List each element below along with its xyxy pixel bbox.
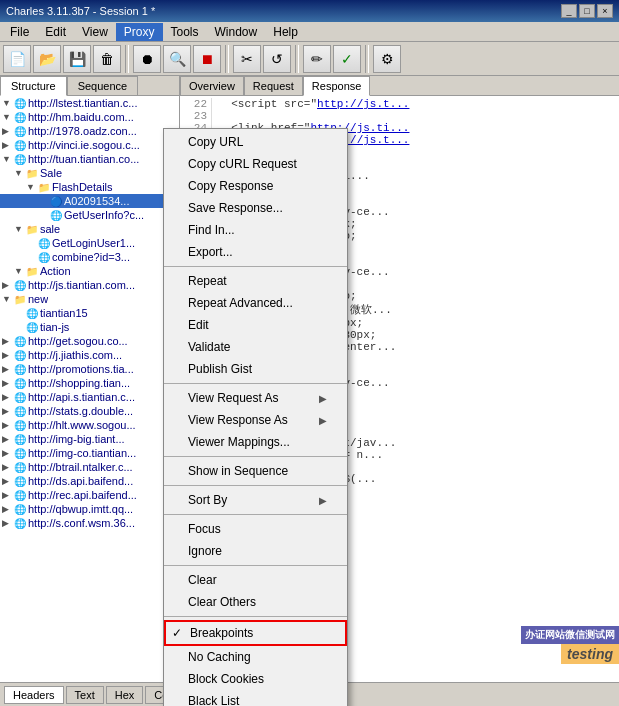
tree-expander-icon[interactable]: ▶ xyxy=(2,490,14,500)
context-menu-item-copy-url[interactable]: Copy URL xyxy=(164,131,347,153)
tree-item[interactable]: ▶🌐http://j.jiathis.com... xyxy=(0,348,179,362)
menu-help[interactable]: Help xyxy=(265,23,306,41)
tree-item[interactable]: 🌐combine?id=3... xyxy=(0,250,179,264)
menu-tools[interactable]: Tools xyxy=(163,23,207,41)
tree-expander-icon[interactable]: ▶ xyxy=(2,336,14,346)
context-menu-item-save-response[interactable]: Save Response... xyxy=(164,197,347,219)
tree-item[interactable]: ▶🌐http://get.sogou.co... xyxy=(0,334,179,348)
tree-expander-icon[interactable]: ▼ xyxy=(14,266,26,276)
tree-item[interactable]: ▼🌐http://tuan.tiantian.co... xyxy=(0,152,179,166)
context-menu-item-breakpoints[interactable]: ✓Breakpoints xyxy=(164,620,347,646)
tree-item[interactable]: ▼🌐http://hm.baidu.com... xyxy=(0,110,179,124)
status-tab-headers[interactable]: Headers xyxy=(4,686,64,704)
tree-item[interactable]: ▼📁new xyxy=(0,292,179,306)
tree-expander-icon[interactable]: ▶ xyxy=(2,434,14,444)
tree-item[interactable]: ▼📁Sale xyxy=(0,166,179,180)
context-menu-item-viewer-mappings[interactable]: Viewer Mappings... xyxy=(164,431,347,453)
tree-item[interactable]: ▼📁sale xyxy=(0,222,179,236)
context-menu-item-edit[interactable]: Edit xyxy=(164,314,347,336)
tree-expander-icon[interactable]: ▼ xyxy=(26,182,38,192)
tree-item[interactable]: ▶🌐http://ds.api.baifend... xyxy=(0,474,179,488)
refresh-button[interactable]: ↺ xyxy=(263,45,291,73)
context-menu-item-repeat[interactable]: Repeat xyxy=(164,270,347,292)
context-menu-item-publish-gist[interactable]: Publish Gist xyxy=(164,358,347,380)
status-tab-hex[interactable]: Hex xyxy=(106,686,144,704)
tree-expander-icon[interactable]: ▶ xyxy=(2,392,14,402)
context-menu-item-block-cookies[interactable]: Block Cookies xyxy=(164,668,347,690)
context-menu-item-focus[interactable]: Focus xyxy=(164,518,347,540)
tree-item[interactable]: ▶🌐http://rec.api.baifend... xyxy=(0,488,179,502)
context-menu-item-ignore[interactable]: Ignore xyxy=(164,540,347,562)
context-menu-item-repeat-advanced[interactable]: Repeat Advanced... xyxy=(164,292,347,314)
tree-item[interactable]: ▶🌐http://api.s.tiantian.c... xyxy=(0,390,179,404)
menu-edit[interactable]: Edit xyxy=(37,23,74,41)
tree-area[interactable]: ▼🌐http://lstest.tiantian.c...▼🌐http://hm… xyxy=(0,96,179,682)
tree-item[interactable]: ▶🌐http://qbwup.imtt.qq... xyxy=(0,502,179,516)
tree-expander-icon[interactable]: ▶ xyxy=(2,126,14,136)
minimize-button[interactable]: _ xyxy=(561,4,577,18)
tab-response[interactable]: Response xyxy=(303,76,371,96)
code-link[interactable]: http://js.t... xyxy=(317,98,409,110)
context-menu-item-view-response-as[interactable]: View Response As▶ xyxy=(164,409,347,431)
close-button[interactable]: × xyxy=(597,4,613,18)
tree-item[interactable]: ▶🌐http://btrail.ntalker.c... xyxy=(0,460,179,474)
find-button[interactable]: 🔍 xyxy=(163,45,191,73)
context-menu-item-copy-curl-request[interactable]: Copy cURL Request xyxy=(164,153,347,175)
tree-item[interactable]: ▶🌐http://stats.g.double... xyxy=(0,404,179,418)
tree-expander-icon[interactable]: ▼ xyxy=(2,112,14,122)
tree-expander-icon[interactable]: ▶ xyxy=(2,476,14,486)
save-button[interactable]: 💾 xyxy=(63,45,91,73)
tree-expander-icon[interactable]: ▼ xyxy=(2,294,14,304)
tree-item[interactable]: ▶🌐http://vinci.ie.sogou.c... xyxy=(0,138,179,152)
context-menu-item-validate[interactable]: Validate xyxy=(164,336,347,358)
tree-item[interactable]: 🔵A02091534... xyxy=(0,194,179,208)
tree-item[interactable]: ▶🌐http://img-co.tiantian... xyxy=(0,446,179,460)
tree-item[interactable]: ▶🌐http://promotions.tia... xyxy=(0,362,179,376)
tree-expander-icon[interactable]: ▶ xyxy=(2,504,14,514)
open-button[interactable]: 📂 xyxy=(33,45,61,73)
tree-expander-icon[interactable]: ▶ xyxy=(2,280,14,290)
menu-file[interactable]: File xyxy=(2,23,37,41)
maximize-button[interactable]: □ xyxy=(579,4,595,18)
context-menu-item-export[interactable]: Export... xyxy=(164,241,347,263)
tree-expander-icon[interactable]: ▶ xyxy=(2,378,14,388)
context-menu-item-view-request-as[interactable]: View Request As▶ xyxy=(164,387,347,409)
tree-expander-icon[interactable]: ▼ xyxy=(14,168,26,178)
context-menu-item-show-in-sequence[interactable]: Show in Sequence xyxy=(164,460,347,482)
tree-item[interactable]: ▶🌐http://s.conf.wsm.36... xyxy=(0,516,179,530)
tab-sequence[interactable]: Sequence xyxy=(67,76,139,95)
tree-item[interactable]: ▼📁Action xyxy=(0,264,179,278)
menu-window[interactable]: Window xyxy=(207,23,266,41)
tree-expander-icon[interactable]: ▶ xyxy=(2,518,14,528)
status-tab-text[interactable]: Text xyxy=(66,686,104,704)
context-menu-item-copy-response[interactable]: Copy Response xyxy=(164,175,347,197)
delete-button[interactable]: 🗑 xyxy=(93,45,121,73)
tab-structure[interactable]: Structure xyxy=(0,76,67,96)
tree-expander-icon[interactable]: ▶ xyxy=(2,406,14,416)
tree-item[interactable]: ▼📁FlashDetails xyxy=(0,180,179,194)
context-menu-item-find-in[interactable]: Find In... xyxy=(164,219,347,241)
tree-expander-icon[interactable]: ▶ xyxy=(2,364,14,374)
tree-expander-icon[interactable]: ▼ xyxy=(2,98,14,108)
edit-button[interactable]: ✏ xyxy=(303,45,331,73)
tree-item[interactable]: 🌐tiantian15 xyxy=(0,306,179,320)
stop-button[interactable]: ⏹ xyxy=(193,45,221,73)
tree-item[interactable]: 🌐GetLoginUser1... xyxy=(0,236,179,250)
tree-expander-icon[interactable]: ▶ xyxy=(2,350,14,360)
tree-item[interactable]: 🌐tian-js xyxy=(0,320,179,334)
context-menu-item-clear[interactable]: Clear xyxy=(164,569,347,591)
tree-expander-icon[interactable]: ▼ xyxy=(14,224,26,234)
settings-button[interactable]: ⚙ xyxy=(373,45,401,73)
context-menu-item-black-list[interactable]: Black List xyxy=(164,690,347,706)
menu-view[interactable]: View xyxy=(74,23,116,41)
check-button[interactable]: ✓ xyxy=(333,45,361,73)
tab-overview[interactable]: Overview xyxy=(180,76,244,95)
clear-button[interactable]: ✂ xyxy=(233,45,261,73)
tree-item[interactable]: ▼🌐http://lstest.tiantian.c... xyxy=(0,96,179,110)
tree-expander-icon[interactable]: ▶ xyxy=(2,462,14,472)
tree-item[interactable]: ▶🌐http://shopping.tian... xyxy=(0,376,179,390)
tree-item[interactable]: 🌐GetUserInfo?c... xyxy=(0,208,179,222)
new-button[interactable]: 📄 xyxy=(3,45,31,73)
tree-expander-icon[interactable]: ▶ xyxy=(2,420,14,430)
tree-item[interactable]: ▶🌐http://js.tiantian.com... xyxy=(0,278,179,292)
